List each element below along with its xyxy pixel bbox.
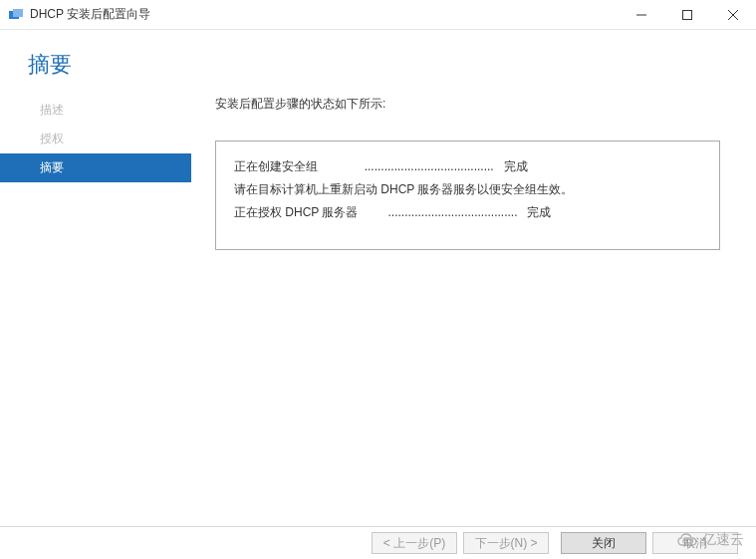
next-button: 下一步(N) > <box>463 532 549 554</box>
summary-line: 正在创建安全组 ................................… <box>234 155 701 178</box>
close-button[interactable]: 关闭 <box>561 532 646 554</box>
svg-rect-3 <box>683 10 692 19</box>
content-area: 摘要 描述 授权 摘要 安装后配置步骤的状态如下所示: 正在创建安全组 ....… <box>0 30 756 526</box>
wizard-footer: < 上一步(P) 下一步(N) > 关闭 取消 <box>0 526 756 559</box>
sidebar-item-description[interactable]: 描述 <box>0 96 191 125</box>
maximize-button[interactable] <box>664 0 710 30</box>
sidebar-item-authorization[interactable]: 授权 <box>0 125 191 153</box>
summary-line: 请在目标计算机上重新启动 DHCP 服务器服务以便安全组生效。 <box>234 178 701 201</box>
cancel-button: 取消 <box>652 532 738 554</box>
wizard-sidebar: 描述 授权 摘要 <box>0 92 191 526</box>
minimize-button[interactable] <box>619 0 664 30</box>
page-title: 摘要 <box>28 50 756 80</box>
previous-button: < 上一步(P) <box>372 532 457 554</box>
main-panel: 安装后配置步骤的状态如下所示: 正在创建安全组 ................… <box>191 92 756 526</box>
summary-line: 正在授权 DHCP 服务器 ..........................… <box>234 201 701 224</box>
title-bar: DHCP 安装后配置向导 <box>0 0 756 30</box>
svg-rect-1 <box>13 9 23 17</box>
summary-box: 正在创建安全组 ................................… <box>215 140 720 250</box>
window-title: DHCP 安装后配置向导 <box>30 6 619 23</box>
body-area: 描述 授权 摘要 安装后配置步骤的状态如下所示: 正在创建安全组 .......… <box>0 92 756 526</box>
header-area: 摘要 <box>0 30 756 92</box>
app-icon <box>8 7 24 23</box>
sidebar-item-summary[interactable]: 摘要 <box>0 153 191 182</box>
intro-text: 安装后配置步骤的状态如下所示: <box>215 96 720 113</box>
window-close-button[interactable] <box>710 0 756 30</box>
